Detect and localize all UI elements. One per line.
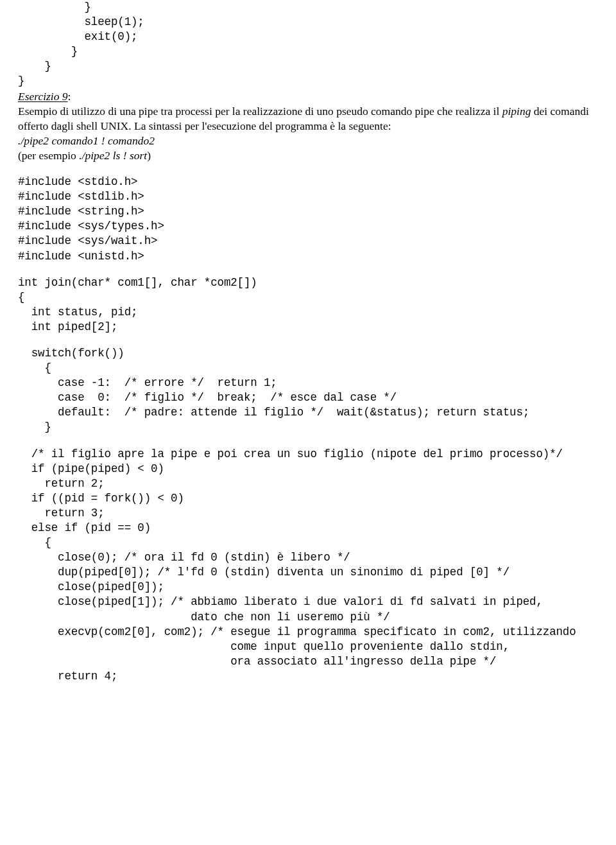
desc-italic-piping: piping: [502, 105, 531, 118]
code-function-header: int join(char* com1[], char *com2[]) { i…: [18, 275, 598, 335]
example-before: (per esempio: [18, 149, 79, 162]
code-child-block: /* il figlio apre la pipe e poi crea un …: [18, 447, 598, 684]
exercise-label-colon: :: [68, 90, 71, 103]
exercise-description: Esempio di utilizzo di una pipe tra proc…: [18, 104, 598, 134]
example-line: (per esempio ./pipe2 ls ! sort): [18, 148, 598, 163]
usage-line: ./pipe2 comando1 ! comando2: [18, 134, 598, 148]
code-includes: #include <stdio.h> #include <stdlib.h> #…: [18, 175, 598, 264]
desc-part1: Esempio di utilizzo di una pipe tra proc…: [18, 105, 502, 118]
exercise-label: Esercizio 9: [18, 90, 68, 103]
code-snippet-top: } sleep(1); exit(0); } } }: [18, 0, 598, 89]
code-switch-block: switch(fork()) { case -1: /* errore */ r…: [18, 346, 598, 435]
exercise-heading: Esercizio 9:: [18, 89, 598, 104]
example-after: ): [147, 149, 151, 162]
example-italic: ./pipe2 ls ! sort: [79, 149, 147, 162]
